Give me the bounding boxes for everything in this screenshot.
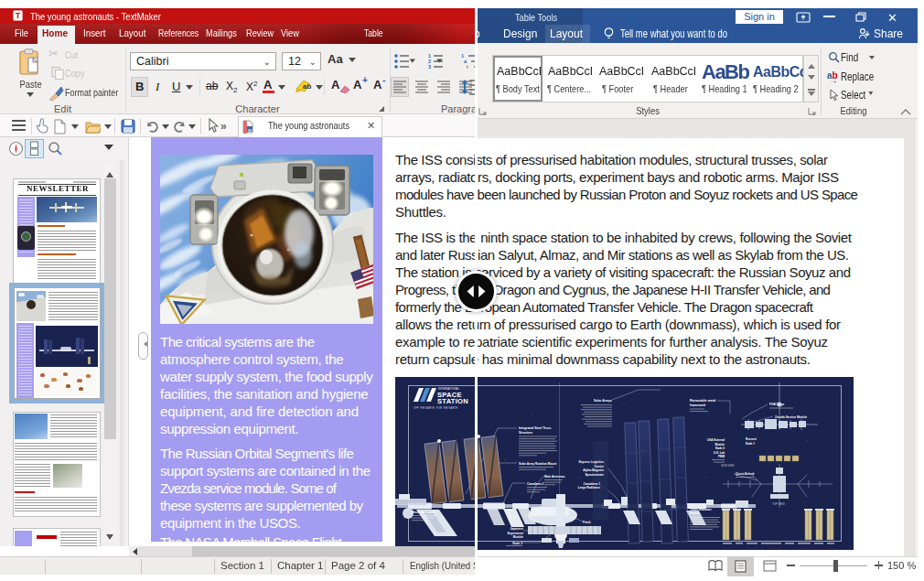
svg-text:ab: ab (303, 82, 311, 91)
svg-text:3: 3 (428, 64, 431, 70)
svg-text:i: i (467, 64, 468, 70)
svg-text:w: w (247, 127, 252, 133)
